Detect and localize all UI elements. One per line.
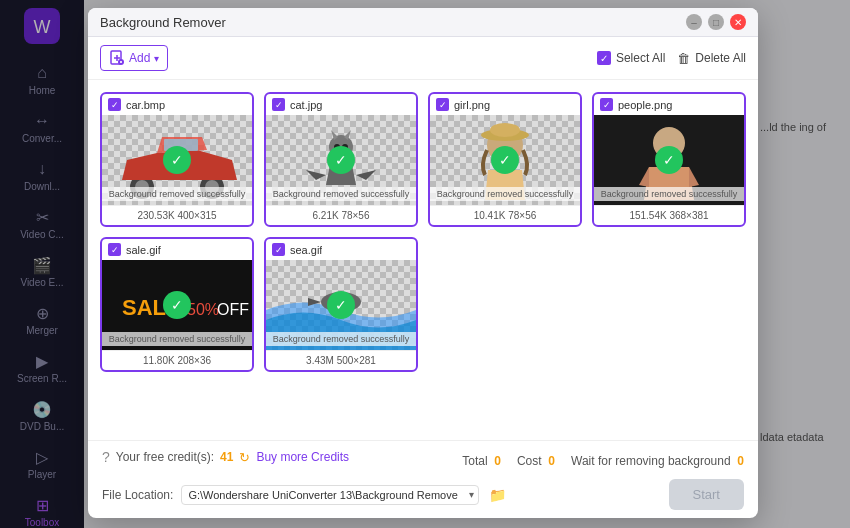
card-header-car: ✓ car.bmp: [102, 94, 252, 115]
open-folder-button[interactable]: 📁: [487, 485, 508, 505]
add-files-button[interactable]: Add ▾: [100, 45, 168, 71]
footer-credits-row: ? Your free credit(s): 41 ↻ Buy more Cre…: [102, 449, 744, 473]
minimize-button[interactable]: –: [686, 14, 702, 30]
image-meta-sale: 11.80K 208×36: [102, 350, 252, 370]
add-file-icon: [109, 50, 125, 66]
image-preview-girl: ✓ Background removed successfully: [430, 115, 580, 205]
app-background: W ⌂ Home ↔ Conver... ↓ Downl... ✂ Video …: [0, 0, 850, 528]
card-checkbox-cat[interactable]: ✓: [272, 98, 285, 111]
card-header-people: ✓ people.png: [594, 94, 744, 115]
success-label-cat: Background removed successfully: [266, 187, 416, 201]
svg-rect-19: [490, 123, 520, 137]
card-header-girl: ✓ girl.png: [430, 94, 580, 115]
success-label-car: Background removed successfully: [102, 187, 252, 201]
maximize-button[interactable]: □: [708, 14, 724, 30]
credits-count: 41: [220, 450, 233, 464]
success-badge-girl: ✓: [491, 146, 519, 174]
card-checkbox-people[interactable]: ✓: [600, 98, 613, 111]
footer-path-row: File Location: G:\Wondershare UniConvert…: [102, 479, 744, 510]
success-badge-people: ✓: [655, 146, 683, 174]
location-label: File Location:: [102, 488, 173, 502]
card-checkbox-girl[interactable]: ✓: [436, 98, 449, 111]
wait-value: 0: [737, 454, 744, 468]
success-label-sale: Background removed successfully: [102, 332, 252, 346]
cost-label: Cost 0: [517, 454, 555, 468]
image-grid: ✓ car.bmp ✓ B: [88, 80, 758, 440]
card-checkbox-sea[interactable]: ✓: [272, 243, 285, 256]
success-badge-sale: ✓: [163, 291, 191, 319]
image-card-girl: ✓ girl.png: [428, 92, 582, 227]
success-badge-sea: ✓: [327, 291, 355, 319]
file-location-section: File Location: G:\Wondershare UniConvert…: [102, 485, 508, 505]
card-checkbox-sale[interactable]: ✓: [108, 243, 121, 256]
success-badge-cat: ✓: [327, 146, 355, 174]
success-badge-car: ✓: [163, 146, 191, 174]
card-filename-sale: sale.gif: [126, 244, 161, 256]
modal-footer: ? Your free credit(s): 41 ↻ Buy more Cre…: [88, 440, 758, 518]
image-meta-sea: 3.43M 500×281: [266, 350, 416, 370]
card-checkbox-car[interactable]: ✓: [108, 98, 121, 111]
card-header-sea: ✓ sea.gif: [266, 239, 416, 260]
image-preview-sale: SALE 50% OFF ✓ Background removed succes…: [102, 260, 252, 350]
start-button[interactable]: Start: [669, 479, 744, 510]
select-all-checkbox: ✓: [597, 51, 611, 65]
modal-titlebar: Background Remover – □ ✕: [88, 8, 758, 37]
background-remover-modal: Background Remover – □ ✕ Add ▾: [88, 8, 758, 518]
wait-label: Wait for removing background 0: [571, 454, 744, 468]
image-card-sale: ✓ sale.gif SALE 50% OFF ✓ Background rem…: [100, 237, 254, 372]
window-controls: – □ ✕: [686, 14, 746, 30]
total-label: Total 0: [462, 454, 501, 468]
card-filename-car: car.bmp: [126, 99, 165, 111]
image-preview-people: ✓ Background removed successfully: [594, 115, 744, 205]
image-meta-cat: 6.21K 78×56: [266, 205, 416, 225]
close-button[interactable]: ✕: [730, 14, 746, 30]
success-label-people: Background removed successfully: [594, 187, 744, 201]
card-header-cat: ✓ cat.jpg: [266, 94, 416, 115]
trash-icon: 🗑: [677, 51, 690, 66]
path-select-wrapper: G:\Wondershare UniConverter 13\Backgroun…: [181, 485, 479, 505]
footer-totals: Total 0 Cost 0 Wait for removing backgro…: [462, 454, 744, 468]
success-label-sea: Background removed successfully: [266, 332, 416, 346]
credits-label: Your free credit(s):: [116, 450, 214, 464]
card-filename-sea: sea.gif: [290, 244, 322, 256]
add-chevron-icon: ▾: [154, 53, 159, 64]
total-value: 0: [494, 454, 501, 468]
svg-text:50%: 50%: [187, 301, 219, 318]
image-meta-girl: 10.41K 78×56: [430, 205, 580, 225]
select-all-button[interactable]: ✓ Select All: [597, 51, 665, 65]
card-filename-cat: cat.jpg: [290, 99, 322, 111]
buy-credits-link[interactable]: Buy more Credits: [256, 450, 349, 464]
help-credits-icon[interactable]: ?: [102, 449, 110, 465]
toolbar-right-actions: ✓ Select All 🗑 Delete All: [597, 51, 746, 66]
image-preview-sea: ✓ Background removed successfully: [266, 260, 416, 350]
image-card-car: ✓ car.bmp ✓ B: [100, 92, 254, 227]
card-filename-people: people.png: [618, 99, 672, 111]
cost-value: 0: [548, 454, 555, 468]
success-label-girl: Background removed successfully: [430, 187, 580, 201]
modal-toolbar: Add ▾ ✓ Select All 🗑 Delete All: [88, 37, 758, 80]
refresh-credits-icon[interactable]: ↻: [239, 450, 250, 465]
card-header-sale: ✓ sale.gif: [102, 239, 252, 260]
image-card-sea: ✓ sea.gif ✓ Background removed successf: [264, 237, 418, 372]
image-card-people: ✓ people.png ✓ Background removed succes…: [592, 92, 746, 227]
delete-all-button[interactable]: 🗑 Delete All: [677, 51, 746, 66]
modal-title: Background Remover: [100, 15, 226, 30]
image-preview-cat: ✓ Background removed successfully: [266, 115, 416, 205]
delete-all-label: Delete All: [695, 51, 746, 65]
add-button-label: Add: [129, 51, 150, 65]
path-select[interactable]: G:\Wondershare UniConverter 13\Backgroun…: [181, 485, 479, 505]
image-preview-car: ✓ Background removed successfully: [102, 115, 252, 205]
select-all-label: Select All: [616, 51, 665, 65]
card-filename-girl: girl.png: [454, 99, 490, 111]
svg-text:OFF: OFF: [217, 301, 249, 318]
credits-info: ? Your free credit(s): 41 ↻ Buy more Cre…: [102, 449, 349, 465]
image-meta-car: 230.53K 400×315: [102, 205, 252, 225]
image-meta-people: 151.54K 368×381: [594, 205, 744, 225]
image-card-cat: ✓ cat.jpg ✓ B: [264, 92, 418, 227]
